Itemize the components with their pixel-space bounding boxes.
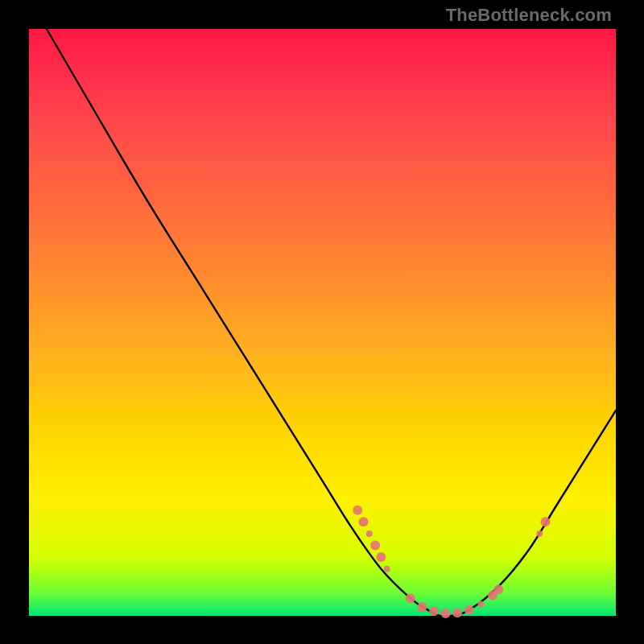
marker-point: [441, 609, 451, 618]
marker-point: [452, 608, 462, 617]
watermark-text: TheBottleneck.com: [446, 5, 612, 26]
marker-point: [464, 605, 474, 615]
marker-point: [541, 517, 551, 526]
marker-point: [536, 530, 543, 537]
marker-point: [477, 601, 484, 607]
marker-point: [493, 584, 503, 594]
bottleneck-curve-line: [47, 29, 616, 617]
chart-stage: TheBottleneck.com: [0, 0, 644, 644]
marker-point: [376, 552, 386, 562]
chart-overlay: [29, 29, 616, 616]
marker-point: [370, 541, 380, 551]
marker-point: [429, 606, 439, 616]
marker-point: [359, 517, 369, 526]
marker-point: [366, 530, 373, 537]
marker-point: [406, 593, 415, 603]
marker-point: [384, 566, 390, 572]
marker-point: [417, 602, 427, 612]
marker-point: [353, 506, 362, 515]
